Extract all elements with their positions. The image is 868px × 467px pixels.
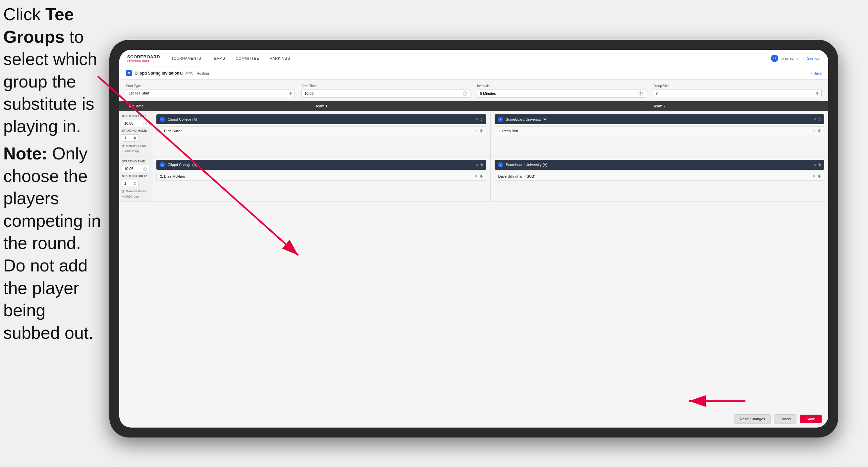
group1-hole-value: 1 <box>124 136 126 140</box>
group1-team1-player[interactable]: 1. Rich Butler ✕ <box>156 126 486 135</box>
footer-bar: Reset Changes Cancel Save <box>119 410 828 428</box>
group1-team2-controls: ✕ <box>813 117 821 122</box>
group1-team1-entry[interactable]: C Clippd College (A) ✕ <box>156 114 486 124</box>
group-size-arrows <box>816 91 819 95</box>
clock-icon: 🕙 <box>463 91 467 96</box>
start-type-arrows <box>289 91 292 95</box>
group-size-input[interactable]: 2 <box>653 89 822 97</box>
group1-team1-up <box>480 118 483 119</box>
tablet-frame: SCOREBOARD Powered by clippd TOURNAMENTS… <box>109 40 838 438</box>
group2-team2-name: Scoreboard University (A) <box>506 163 811 167</box>
group1-hole-label: STARTING HOLE: <box>122 129 149 132</box>
tablet-screen: SCOREBOARD Powered by clippd TOURNAMENTS… <box>119 50 828 428</box>
group1-team1-down <box>480 120 483 121</box>
group2-hole-input[interactable]: 1 <box>122 180 138 187</box>
group2-team1-player-close[interactable]: ✕ <box>474 174 477 178</box>
nav-logo-sub: Powered by clippd <box>127 59 160 62</box>
group2-hole-arrows <box>133 182 136 185</box>
group2-team2-controls: ✕ <box>813 163 821 167</box>
reset-changes-button[interactable]: Reset Changes <box>734 414 771 424</box>
settings-area: Start Type 1st Tee Start Start Time 10:0… <box>119 80 828 101</box>
group2-remove-label: Remove Group <box>126 189 147 193</box>
nav-logo-title: SCOREBOARD <box>127 54 160 59</box>
start-time-group: Start Time 10:00 🕙 <box>302 84 470 98</box>
group2-remove-button[interactable]: 🗑 Remove Group <box>122 189 149 193</box>
group2-team1-player[interactable]: 2. Blair McHarg ✕ <box>156 172 486 181</box>
nav-rankings[interactable]: RANKINGS <box>269 56 290 60</box>
group1-hole-arrows <box>133 136 136 140</box>
group2-team2-player-close[interactable]: ✕ <box>812 174 815 178</box>
group-size-down-arrow <box>816 93 819 95</box>
group-row-1: STARTING TIME: 10:00 🕙 STARTING HOLE: 1 <box>119 111 828 156</box>
group2-team1-name: Clippd College (A) <box>168 163 473 167</box>
group2-time-input[interactable]: 10:05 🕙 <box>122 165 149 172</box>
nav-links: TOURNAMENTS TEAMS COMMITTEE RANKINGS <box>170 56 771 60</box>
group2-team1: C Clippd College (A) ✕ 2. Bl <box>152 156 491 202</box>
group1-team1-icon: C <box>160 117 165 122</box>
group1-team2-close[interactable]: ✕ <box>813 117 816 122</box>
group2-team2-arrows <box>818 163 821 167</box>
group2-team1-entry[interactable]: C Clippd College (A) ✕ <box>156 160 486 170</box>
start-time-value: 10:00 <box>305 91 314 95</box>
group2-add-label: + Add Group <box>122 195 139 198</box>
content-area: STARTING TIME: 10:00 🕙 STARTING HOLE: 1 <box>119 111 828 410</box>
group1-team2-player[interactable]: 1. Rees Britt ✕ <box>495 126 825 135</box>
group2-team1-controls: ✕ <box>475 163 483 167</box>
start-type-value: 1st Tee Start <box>129 91 149 95</box>
group2-team2-player-name: Dave Billingham (SUB) <box>498 174 810 178</box>
group1-team1-arrows <box>480 118 483 121</box>
th-team2: Team 2 <box>490 101 828 111</box>
group1-team2-name: Scoreboard University (A) <box>506 117 811 121</box>
group2-team2-entry[interactable]: S Scoreboard University (A) ✕ <box>495 160 825 170</box>
group1-add-button[interactable]: + Add Group <box>122 149 149 153</box>
group1-team2-icon: S <box>498 117 503 122</box>
group2-team1-icon: C <box>160 162 165 167</box>
breadcrumb-back[interactable]: ‹ Back <box>811 71 822 75</box>
group1-hole-input[interactable]: 1 <box>122 134 138 142</box>
group-size-label: Group Size <box>653 84 822 88</box>
th-tee-time: Tee Time <box>119 101 152 111</box>
nav-logo: SCOREBOARD Powered by clippd <box>127 54 160 62</box>
nav-teams[interactable]: TEAMS <box>211 56 226 60</box>
group1-time-value: 10:00 <box>124 121 133 125</box>
group2-team2-player-arrows <box>818 174 820 178</box>
save-button[interactable]: Save <box>800 415 822 423</box>
start-type-input[interactable]: 1st Tee Start <box>126 89 295 97</box>
start-type-down-arrow <box>289 93 292 95</box>
group1-team2-entry[interactable]: S Scoreboard University (A) ✕ <box>495 114 825 124</box>
group2-team2-player[interactable]: Dave Billingham (SUB) ✕ <box>495 172 825 181</box>
breadcrumb-title: Clippd Spring Invitational <box>134 71 183 76</box>
note-block: Note: Only choose the players competing … <box>3 143 103 344</box>
group1-team2-player-arrows <box>818 129 820 133</box>
group1-remove-label: Remove Group <box>126 144 147 147</box>
group1-team1-player-name: 1. Rich Butler <box>160 129 472 133</box>
group1-team2: S Scoreboard University (A) ✕ <box>491 111 829 156</box>
nav-right: B blair admin | Sign out <box>771 55 820 62</box>
nav-signout[interactable]: Sign out <box>807 56 820 60</box>
cancel-button[interactable]: Cancel <box>774 414 797 424</box>
group1-time-label: STARTING TIME: <box>122 114 149 118</box>
group2-team2: S Scoreboard University (A) ✕ <box>491 156 829 202</box>
group2-team2-close[interactable]: ✕ <box>813 163 816 167</box>
nav-tournaments[interactable]: TOURNAMENTS <box>170 56 202 60</box>
navbar: SCOREBOARD Powered by clippd TOURNAMENTS… <box>119 50 828 67</box>
group-size-value: 2 <box>656 91 658 95</box>
nav-avatar: B <box>771 55 778 62</box>
intervals-input[interactable]: 5 Minutes 🕙 <box>477 89 646 98</box>
start-time-input[interactable]: 10:00 🕙 <box>302 89 470 98</box>
group1-team1-player-close[interactable]: ✕ <box>474 128 477 133</box>
nav-committee[interactable]: COMMITTEE <box>235 56 260 60</box>
group2-hole-value: 1 <box>124 181 126 185</box>
group2-team2-icon: S <box>498 162 503 167</box>
group1-team1-controls: ✕ <box>475 117 483 122</box>
group1-time-input[interactable]: 10:00 🕙 <box>122 120 149 127</box>
group2-teams: C Clippd College (A) ✕ 2. Bl <box>152 156 828 202</box>
breadcrumb-hosting: Hosting <box>196 71 209 75</box>
group1-team2-player-close[interactable]: ✕ <box>812 128 815 133</box>
group1-add-label: + Add Group <box>122 149 139 153</box>
group1-hole-up-arrow <box>133 136 136 138</box>
group1-remove-button[interactable]: 🗑 Remove Group <box>122 144 149 147</box>
group2-team1-close[interactable]: ✕ <box>475 163 478 167</box>
group2-add-button[interactable]: + Add Group <box>122 195 149 198</box>
group1-team1-close[interactable]: ✕ <box>475 117 478 122</box>
